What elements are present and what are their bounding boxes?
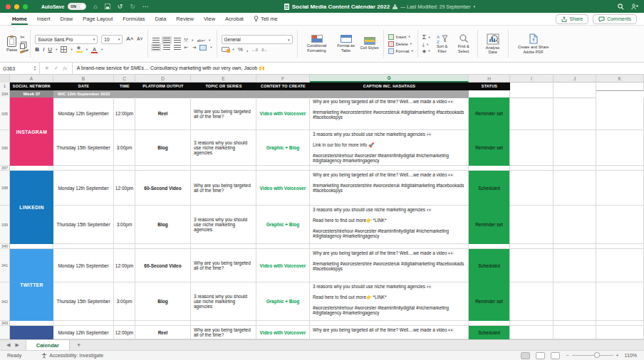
cell-empty[interactable] <box>256 166 310 171</box>
add-sheet-button[interactable]: + <box>70 340 88 350</box>
date-cell[interactable]: Monday 12th September <box>53 171 114 206</box>
format-painter-icon[interactable] <box>20 50 26 54</box>
row-number[interactable]: 338 <box>0 171 10 206</box>
comma-style-icon[interactable]: , <box>246 46 248 53</box>
merge-center-icon[interactable] <box>199 45 207 51</box>
align-right-icon[interactable] <box>174 45 181 50</box>
tab-acrobat[interactable]: Acrobat <box>220 14 249 25</box>
date-cell[interactable]: Monday 12th September <box>53 326 114 339</box>
cell-empty[interactable] <box>596 171 644 206</box>
column-header-e[interactable]: E <box>191 75 256 83</box>
cell-empty[interactable] <box>114 166 135 171</box>
cell-empty[interactable] <box>256 244 310 249</box>
cell-empty[interactable] <box>10 166 53 171</box>
content-cell[interactable]: Graphic + Blog <box>256 206 310 244</box>
topic-cell[interactable]: Why are you being targeted all of the ti… <box>191 326 256 339</box>
cell-empty[interactable] <box>554 171 596 206</box>
cell-empty[interactable] <box>596 326 644 339</box>
cell-empty[interactable] <box>256 321 310 326</box>
column-header-i[interactable]: I <box>510 75 554 83</box>
platform-name-cell[interactable]: INSTAGRAM <box>10 97 53 166</box>
redo-icon[interactable]: ↻ <box>130 4 135 10</box>
platform-output-cell[interactable]: Blog <box>135 206 191 244</box>
caption-cell[interactable]: Why are you being targeted all of the ti… <box>310 326 469 339</box>
platform-output-cell[interactable]: Blog <box>135 282 191 321</box>
date-cell[interactable]: Monday 12th September <box>53 249 114 282</box>
conditional-formatting-button[interactable]: Conditional Formatting <box>302 35 332 53</box>
align-top-icon[interactable] <box>152 38 160 43</box>
caption-cell[interactable]: Why are you being targeted all of the ti… <box>310 97 469 130</box>
cell-empty[interactable] <box>554 206 596 244</box>
italic-button[interactable]: I <box>43 47 44 53</box>
time-cell[interactable]: 12:00pm <box>114 326 135 339</box>
time-cell[interactable]: 12:00pm <box>114 97 135 130</box>
zoom-slider[interactable]: − + <box>566 353 618 358</box>
time-cell[interactable]: 12:00pm <box>114 171 135 206</box>
align-middle-icon[interactable] <box>163 38 170 43</box>
cell-empty[interactable] <box>596 97 644 130</box>
cell-empty[interactable] <box>596 249 644 282</box>
percent-style-icon[interactable]: % <box>238 46 243 53</box>
cell-empty[interactable] <box>135 244 191 249</box>
row-number[interactable]: 341 <box>0 249 10 282</box>
caption-cell[interactable]: Why are you being targeted all of the ti… <box>310 171 469 206</box>
cell-empty[interactable] <box>114 244 135 249</box>
platform-output-cell[interactable]: Reel <box>135 326 191 339</box>
status-cell[interactable]: Reminder set <box>469 206 510 244</box>
font-size-select[interactable]: 10▾ <box>101 35 123 44</box>
autosum-button[interactable]: Σ▾ <box>422 34 430 41</box>
cell-empty[interactable] <box>596 244 644 249</box>
insert-function-icon[interactable]: fx <box>63 65 67 71</box>
cell-empty[interactable] <box>469 244 510 249</box>
cell-empty[interactable] <box>510 166 554 171</box>
find-select-button[interactable]: Find & Select <box>455 34 473 53</box>
decrease-indent-icon[interactable]: ⇤ <box>185 45 189 50</box>
paste-button[interactable]: Paste <box>6 36 17 52</box>
column-header-d[interactable]: D <box>135 75 191 83</box>
zoom-in-icon[interactable]: + <box>616 353 619 358</box>
date-cell[interactable]: Thursday 15th September <box>53 130 114 166</box>
cell-empty[interactable] <box>510 206 554 244</box>
cell-empty[interactable] <box>135 321 191 326</box>
cell-empty[interactable] <box>310 244 469 249</box>
format-as-table-button[interactable]: Format as Table <box>335 35 358 53</box>
row-number[interactable]: 337 <box>0 166 10 171</box>
cell-empty[interactable] <box>310 321 469 326</box>
save-icon[interactable] <box>105 4 110 9</box>
page-break-view-icon[interactable] <box>551 352 560 359</box>
borders-icon[interactable] <box>61 46 67 53</box>
content-cell[interactable]: Graphic + Blog <box>256 130 310 166</box>
name-box[interactable]: G363 ▲▼ <box>0 63 40 74</box>
tab-page-layout[interactable]: Page Layout <box>78 14 118 25</box>
accessibility-status[interactable]: Accessibility: Investigate <box>41 353 103 359</box>
row-number[interactable]: 339 <box>0 206 10 244</box>
status-cell[interactable]: Scheduled <box>469 249 510 282</box>
cell-empty[interactable] <box>510 321 554 326</box>
align-bottom-icon[interactable] <box>174 38 181 43</box>
row-number[interactable]: 340 <box>0 244 10 249</box>
cell-empty[interactable] <box>310 166 469 171</box>
fill-color-icon[interactable] <box>76 46 83 53</box>
cell-empty[interactable] <box>554 97 596 130</box>
align-center-icon[interactable] <box>163 45 170 50</box>
cell-empty[interactable] <box>191 166 256 171</box>
cell-empty[interactable] <box>469 166 510 171</box>
time-cell[interactable]: 3:00pm <box>114 206 135 244</box>
copy-icon[interactable] <box>20 43 25 49</box>
sort-filter-button[interactable]: AZ Sort & Filter <box>433 34 452 53</box>
page-layout-view-icon[interactable] <box>536 352 545 359</box>
number-format-select[interactable]: General▾ <box>222 35 293 44</box>
share-button[interactable]: Share <box>556 14 588 24</box>
format-cells-button[interactable]: Format▾ <box>388 48 413 54</box>
cell-empty[interactable] <box>510 282 554 321</box>
cell-empty[interactable] <box>191 244 256 249</box>
sheet-tab-calendar[interactable]: Calendar <box>26 340 70 350</box>
chevron-down-icon[interactable]: ▾ <box>474 4 476 9</box>
time-cell[interactable]: 3:00pm <box>114 282 135 321</box>
time-cell[interactable]: 12:00pm <box>114 249 135 282</box>
home-icon[interactable]: ⌂ <box>93 4 97 10</box>
cell-empty[interactable] <box>596 282 644 321</box>
cell-empty[interactable] <box>10 244 53 249</box>
orientation-icon[interactable]: ⤧ <box>185 38 189 43</box>
cell-empty[interactable] <box>554 166 596 171</box>
